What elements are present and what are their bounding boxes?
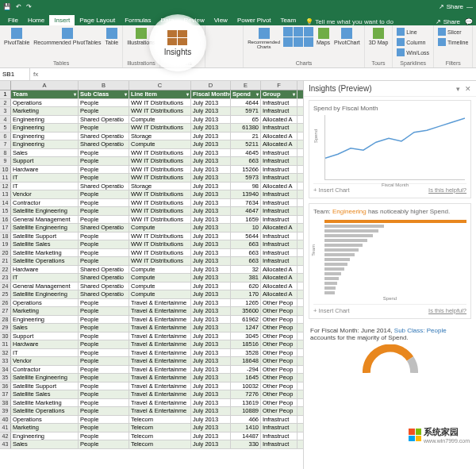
col-header[interactable]: B: [79, 81, 129, 90]
row-header[interactable]: 13: [0, 190, 11, 198]
row-header[interactable]: 6: [0, 133, 11, 140]
cell[interactable]: Infrastruct: [261, 107, 298, 115]
cell[interactable]: People: [79, 383, 129, 390]
cell[interactable]: 663: [231, 240, 261, 248]
col-header[interactable]: E: [231, 81, 261, 90]
table-row[interactable]: 28EngineeringPeopleTravel & EntertainmeJ…: [0, 316, 303, 325]
insights-button[interactable]: Insights: [149, 14, 206, 71]
cell[interactable]: 5644: [231, 233, 261, 240]
cell[interactable]: People: [79, 333, 129, 340]
row-header[interactable]: 16: [0, 216, 11, 224]
cell[interactable]: Sales: [11, 149, 79, 157]
cell[interactable]: Hardware: [11, 266, 79, 274]
table-row[interactable]: 34ContractorPeopleTravel & EntertainmeJu…: [0, 366, 303, 375]
cell[interactable]: People: [79, 416, 129, 424]
cell[interactable]: July 2013: [191, 199, 231, 207]
cell[interactable]: Telecom: [129, 440, 191, 448]
row-header[interactable]: 25: [0, 290, 11, 298]
cell[interactable]: People: [79, 216, 129, 224]
cell[interactable]: Marketing: [11, 424, 79, 432]
cell[interactable]: July 2013: [191, 207, 231, 215]
cell[interactable]: July 2013: [191, 432, 231, 440]
cell[interactable]: July 2013: [191, 224, 231, 232]
table-row[interactable]: 21Satellite OperationsPeopleWW IT Distri…: [0, 257, 303, 266]
recommended-pivottables-button[interactable]: Recommended PivotTables: [33, 27, 102, 46]
cell[interactable]: Other Peop: [261, 407, 298, 415]
row-header[interactable]: 18: [0, 233, 11, 240]
table-row[interactable]: 9SupportPeopleWW IT DistributionsJuly 20…: [0, 157, 303, 166]
cell[interactable]: WW IT Distributions: [129, 257, 191, 265]
table-row[interactable]: 8SalesPeopleWW IT DistributionsJuly 2013…: [0, 149, 303, 158]
cell[interactable]: Allocated A: [261, 274, 298, 282]
cell[interactable]: People: [79, 99, 129, 107]
cell[interactable]: Infrastruct: [261, 166, 298, 174]
cell[interactable]: Other Peop: [261, 399, 298, 407]
cell[interactable]: Engineering: [11, 133, 79, 140]
row-header[interactable]: 20: [0, 249, 11, 257]
cell[interactable]: Travel & Entertainme: [129, 390, 191, 398]
cell[interactable]: Compute: [129, 266, 191, 274]
cell[interactable]: July 2013: [191, 183, 231, 190]
row-header[interactable]: 30: [0, 333, 11, 340]
cell[interactable]: 13940: [231, 190, 261, 198]
row-header[interactable]: 27: [0, 307, 11, 315]
cell[interactable]: Infrastruct: [261, 124, 298, 132]
cell[interactable]: Travel & Entertainme: [129, 324, 191, 332]
table-row[interactable]: 12ITShared OperatioStorageJuly 201398All…: [0, 183, 303, 191]
cell[interactable]: Travel & Entertainme: [129, 399, 191, 407]
cell[interactable]: July 2013: [191, 416, 231, 424]
tab-page-layout[interactable]: Page Layout: [75, 15, 120, 25]
cell[interactable]: July 2013: [191, 440, 231, 448]
cell[interactable]: People: [79, 340, 129, 348]
cell[interactable]: Compute: [129, 283, 191, 290]
cell[interactable]: July 2013: [191, 424, 231, 432]
cell[interactable]: 15266: [231, 166, 261, 174]
table-row[interactable]: 16General ManagementPeopleWW IT Distribu…: [0, 216, 303, 225]
cell[interactable]: Shared Operatio: [79, 274, 129, 282]
cell[interactable]: Allocated A: [261, 133, 298, 140]
cell[interactable]: 18648: [231, 357, 261, 365]
pane-dropdown-icon[interactable]: ▾: [456, 85, 460, 93]
cell[interactable]: July 2013: [191, 316, 231, 324]
cell[interactable]: People: [79, 107, 129, 115]
table-row[interactable]: 5EngineeringPeopleWW IT DistributionsJul…: [0, 124, 303, 133]
sparkline-column-button[interactable]: Column: [396, 37, 426, 47]
cell[interactable]: People: [79, 157, 129, 165]
cell[interactable]: 10889: [231, 407, 261, 415]
table-header-cell[interactable]: Line Item: [129, 90, 191, 98]
row-header[interactable]: 12: [0, 183, 11, 190]
cell[interactable]: Operations: [11, 299, 79, 307]
cell[interactable]: People: [79, 307, 129, 315]
qat-undo-icon[interactable]: ↶: [16, 3, 21, 10]
cell[interactable]: Travel & Entertainme: [129, 383, 191, 390]
cell[interactable]: WW IT Distributions: [129, 166, 191, 174]
qat-save-icon[interactable]: 💾: [3, 3, 11, 10]
cell[interactable]: Infrastruct: [261, 199, 298, 207]
cell[interactable]: Vendor: [11, 190, 79, 198]
table-row[interactable]: 29SalesPeopleTravel & EntertainmeJuly 20…: [0, 324, 303, 333]
table-row[interactable]: 3MarketingPeopleWW IT DistributionsJuly …: [0, 107, 303, 116]
cell[interactable]: 4647: [231, 207, 261, 215]
cell[interactable]: Infrastruct: [261, 207, 298, 215]
cell[interactable]: Infrastruct: [261, 149, 298, 157]
row-header[interactable]: 8: [0, 149, 11, 157]
cell[interactable]: People: [79, 366, 129, 374]
cell[interactable]: Other Peop: [261, 333, 298, 340]
cell[interactable]: 98: [231, 183, 261, 190]
cell[interactable]: Compute: [129, 224, 191, 232]
row-header[interactable]: 22: [0, 266, 11, 274]
cell[interactable]: Other Peop: [261, 299, 298, 307]
cell[interactable]: Engineering: [11, 140, 79, 148]
cell[interactable]: July 2013: [191, 324, 231, 332]
cell[interactable]: Satellite Engineering: [11, 207, 79, 215]
cell[interactable]: WW IT Distributions: [129, 249, 191, 257]
cell[interactable]: Other Peop: [261, 340, 298, 348]
cell[interactable]: Infrastruct: [261, 432, 298, 440]
cell[interactable]: Allocated A: [261, 224, 298, 232]
cell[interactable]: Infrastruct: [261, 99, 298, 107]
cell[interactable]: July 2013: [191, 216, 231, 224]
cell[interactable]: 32: [231, 266, 261, 274]
cell[interactable]: Engineering: [11, 116, 79, 124]
cell[interactable]: Travel & Entertainme: [129, 307, 191, 315]
cell[interactable]: Satellite Operations: [11, 257, 79, 265]
